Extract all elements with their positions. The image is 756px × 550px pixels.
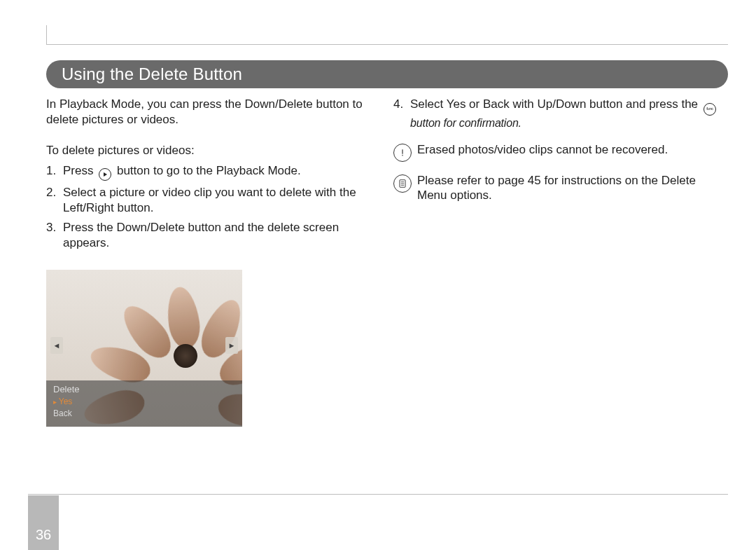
body: In Playback Mode, you can press the Down… xyxy=(46,97,728,501)
manual-page: Using the Delete Button In Playback Mode… xyxy=(0,0,756,550)
lcd-menu-option: Back xyxy=(53,408,235,420)
section-title-bar: Using the Delete Button xyxy=(46,60,728,88)
step-text: Press the Down/Delete button and the del… xyxy=(63,220,381,251)
reference-note: Please refer to page 45 for instructions… xyxy=(393,173,728,204)
svg-rect-1 xyxy=(402,149,402,153)
lcd-menu-title: Delete xyxy=(53,383,235,396)
playback-icon xyxy=(99,168,111,181)
step-text-italic: button for confirmation. xyxy=(410,117,522,129)
step-3: 3. Press the Down/Delete button and the … xyxy=(46,220,381,251)
step-number: 3. xyxy=(46,220,63,251)
left-column: In Playback Mode, you can press the Down… xyxy=(46,97,381,501)
camera-lcd-illustration: ◄ ► Delete Yes Back xyxy=(46,270,242,427)
step-number: 2. xyxy=(46,185,63,216)
svg-rect-2 xyxy=(402,155,402,156)
step-text: Select a picture or video clip you want … xyxy=(63,185,381,216)
warning-text: Erased photos/video clips cannot be reco… xyxy=(417,142,728,162)
section-title: Using the Delete Button xyxy=(62,64,242,84)
lcd-delete-menu: Delete Yes Back xyxy=(46,380,242,427)
lcd-nav-left-icon: ◄ xyxy=(50,337,63,354)
footer-rule xyxy=(28,494,728,525)
step-4: 4. Select Yes or Back with Up/Down butto… xyxy=(393,97,728,131)
steps-list-cont: 4. Select Yes or Back with Up/Down butto… xyxy=(393,97,728,131)
warning-icon xyxy=(393,144,412,162)
reference-text: Please refer to page 45 for instructions… xyxy=(417,173,728,204)
top-margin-bar xyxy=(46,25,728,45)
step-text: Select Yes or Back with Up/Down button a… xyxy=(410,97,728,131)
step-text-after: button to go to the Playback Mode. xyxy=(117,164,301,177)
step-number: 1. xyxy=(46,163,63,181)
right-column: 4. Select Yes or Back with Up/Down butto… xyxy=(393,97,728,501)
flower-graphic xyxy=(125,289,237,394)
intro-text: In Playback Mode, you can press the Down… xyxy=(46,97,381,128)
step-text: Press button to go to the Playback Mode. xyxy=(63,163,381,181)
page-number: 36 xyxy=(28,495,59,550)
warning-note: Erased photos/video clips cannot be reco… xyxy=(393,142,728,162)
step-number: 4. xyxy=(393,97,410,131)
lcd-menu-selected: Yes xyxy=(53,396,235,408)
step-2: 2. Select a picture or video clip you wa… xyxy=(46,185,381,216)
step-1: 1. Press button to go to the Playback Mo… xyxy=(46,163,381,181)
step-text-before: Press xyxy=(63,164,93,177)
func-ok-icon xyxy=(704,103,716,116)
lcd-nav-right-icon: ► xyxy=(225,337,238,354)
step-text-before: Select Yes or Back with Up/Down button a… xyxy=(410,97,698,111)
steps-heading: To delete pictures or videos: xyxy=(46,143,381,158)
steps-list: 1. Press button to go to the Playback Mo… xyxy=(46,163,381,250)
note-icon xyxy=(393,174,412,193)
